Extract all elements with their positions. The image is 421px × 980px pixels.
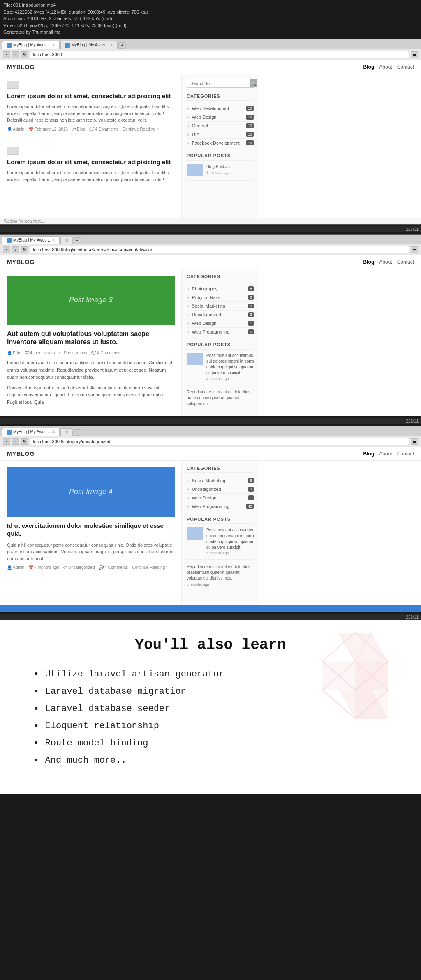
popular-post-info-1: Blog Post #5 6 minutes ago [206,164,230,176]
tab-1-inactive[interactable]: MyBlog | My Awes... ✕ [60,41,118,49]
timestamp-3: 222/11 [0,614,421,620]
search-box-1: 🔍 [187,79,254,88]
cat-badge: 10 [246,140,254,145]
status-bar-1: Waiting for localhost... [0,218,421,224]
tab-close-2b[interactable]: ✕ [65,238,68,243]
nav-link-about-2[interactable]: About [379,259,392,265]
tab-2-label: MyBlog | My Awes... [13,238,50,242]
category-item-web-dev[interactable]: › Web Development 10 [187,104,254,113]
cat-label: › Web Design [187,115,216,120]
category-item-web-design[interactable]: › Web Design 10 [187,113,254,122]
tab-2-active[interactable]: MyBlog | My Awes... ✕ [2,236,60,244]
blog-brand-2: MYBLOG [7,259,35,265]
cat-uncategorized-3[interactable]: › Uncategorized 3 [187,485,254,494]
address-bar-3[interactable]: localhost:8000/category/uncategorized [30,438,409,445]
category-item-fb-dev[interactable]: › Facebook Development 10 [187,139,254,147]
popular-post-title-1: Blog Post #5 [206,164,230,170]
back-btn-3[interactable]: ‹ [3,438,10,445]
tab-close-2[interactable]: ✕ [52,238,55,242]
post-featured-image-2: Post Image 3 [7,276,175,325]
forward-btn-2[interactable]: › [12,246,19,253]
nav-link-blog-1[interactable]: Blog [363,64,375,70]
post-date-3: 📅 4 months ago [28,565,59,570]
nav-link-contact-1[interactable]: Contact [397,64,414,70]
cat-social-marketing-2[interactable]: › Social Marketing 3 [187,302,254,311]
back-btn-2[interactable]: ‹ [3,246,10,253]
nav-link-contact-3[interactable]: Contact [397,451,414,457]
continue-link-3[interactable]: Continue Reading » [132,565,168,570]
cat-photography[interactable]: › Photography 8 [187,285,254,293]
blog-main-2: Post Image 3 Aut autem qui voluptatibus … [0,269,181,416]
nav-link-contact-2[interactable]: Contact [397,259,414,265]
cat-ruby-rails[interactable]: › Ruby on Rails 5 [187,293,254,302]
search-button-1[interactable]: 🔍 [250,79,257,87]
nav-link-blog-2[interactable]: Blog [363,259,375,265]
browser-toolbar-1: ‹ › ↻ localhost:8000 ☰ [0,49,421,60]
tab-close-3[interactable]: ✕ [52,430,55,434]
popular-post-date-1: 6 minutes ago [206,170,230,175]
cat-label: › General [187,123,208,128]
nav-link-about-3[interactable]: About [379,451,392,457]
cat-uncategorized-2[interactable]: › Uncategorized 3 [187,311,254,319]
tab-1-active[interactable]: MyBlog | My Awes... ✕ [2,41,60,49]
blog-main-1: Lorem ipsum dolor sit amet, consectetur … [0,74,181,218]
learn-item-6: And much more.. [33,752,388,769]
nav-link-about-1[interactable]: About [379,64,392,70]
popular-post-info-2: Possimus aut accusamus qui dolores magni… [206,353,254,381]
post-featured-image-3: Post Image 4 [7,467,175,517]
post-comments-3: 💬 4 Comments [99,565,128,570]
address-bar-1[interactable]: localhost:8000 [30,51,409,58]
continue-link-1[interactable]: Continue Reading » [123,127,159,131]
post-author-1: 👤 Admin [7,127,24,131]
search-input-1[interactable] [187,79,250,87]
post-body-2b: Consectetur aspernatur ea sed deserunt. … [7,384,175,406]
address-bar-2[interactable]: localhost:8000/blog/incidunt-et-eum-cum-… [30,246,409,253]
category-item-general[interactable]: › General 10 [187,122,254,130]
cat-badge: 10 [246,115,254,120]
post-date-2: 📅 4 months ago [24,351,55,355]
tab-close-1b[interactable]: ✕ [110,43,113,47]
tab-bar-3: MyBlog | My Awes... ✕ ✕ + [0,426,421,436]
popular-post-1: Blog Post #5 6 minutes ago [187,164,254,181]
tab-close-1[interactable]: ✕ [52,43,55,47]
blog-nav-2: MYBLOG Blog About Contact [0,255,421,269]
popular-post-title-3: Possimus aut accusamus qui dolores magni… [206,527,254,550]
blog-brand-3: MYBLOG [7,451,35,457]
menu-btn-3[interactable]: ☰ [411,438,418,445]
forward-btn-3[interactable]: › [12,438,19,445]
cat-badge: 10 [246,106,254,111]
browser-window-2: MyBlog | My Awes... ✕ ✕ + ‹ › ↻ localhos… [0,234,421,416]
tab-close-3b[interactable]: ✕ [65,430,68,435]
browser-toolbar-2: ‹ › ↻ localhost:8000/blog/incidunt-et-eu… [0,244,421,255]
cat-social-marketing-3[interactable]: › Social Marketing 5 [187,476,254,485]
video-size: Size: 4222662 bytes (4.12 MiB), duration… [3,9,418,16]
tab-3-active[interactable]: MyBlog | My Awes... ✕ [2,428,60,436]
popular-post-excerpt-2: Repudiandae cum aut ea doloribus praesen… [187,389,254,407]
blog-sidebar-1: 🔍 CATEGORIES › Web Development 10 › Web … [181,74,259,218]
menu-btn-1[interactable]: ☰ [411,51,418,58]
refresh-btn-2[interactable]: ↻ [21,246,28,253]
tab-3-inactive[interactable]: ✕ [60,428,73,436]
tab-2-inactive[interactable]: ✕ [60,237,73,244]
cat-web-programming-2[interactable]: › Web Programming 0 [187,328,254,336]
blog-sidebar-3: CATEGORIES › Social Marketing 5 › Uncate… [181,461,259,605]
cat-label: › Facebook Development [187,140,240,145]
forward-btn-1[interactable]: › [12,51,19,58]
back-btn-1[interactable]: ‹ [3,51,10,58]
new-tab-btn-3[interactable]: + [74,429,81,436]
refresh-btn-3[interactable]: ↻ [21,438,28,445]
menu-btn-2[interactable]: ☰ [411,246,418,253]
new-tab-btn[interactable]: + [118,42,126,49]
cat-web-design-3[interactable]: › Web Design 1 [187,494,254,502]
cat-web-programming-3[interactable]: › Web Programming 40 [187,502,254,511]
popular-post-thumb-1 [187,164,203,176]
video-generated: Generated by Thumbnail me [3,29,418,36]
cat-web-design-2[interactable]: › Web Design 1 [187,319,254,328]
video-audio: Audio: aac, 48000 Hz, 2 channels, s16, 1… [3,15,418,22]
category-item-diy[interactable]: › DIY 10 [187,130,254,139]
tab-bar-2: MyBlog | My Awes... ✕ ✕ + [0,235,421,244]
nav-link-blog-3[interactable]: Blog [363,451,375,457]
popular-post-info-3: Possimus aut accusamus qui dolores magni… [206,527,254,555]
new-tab-btn-2[interactable]: + [74,237,81,244]
refresh-btn-1[interactable]: ↻ [21,51,28,58]
